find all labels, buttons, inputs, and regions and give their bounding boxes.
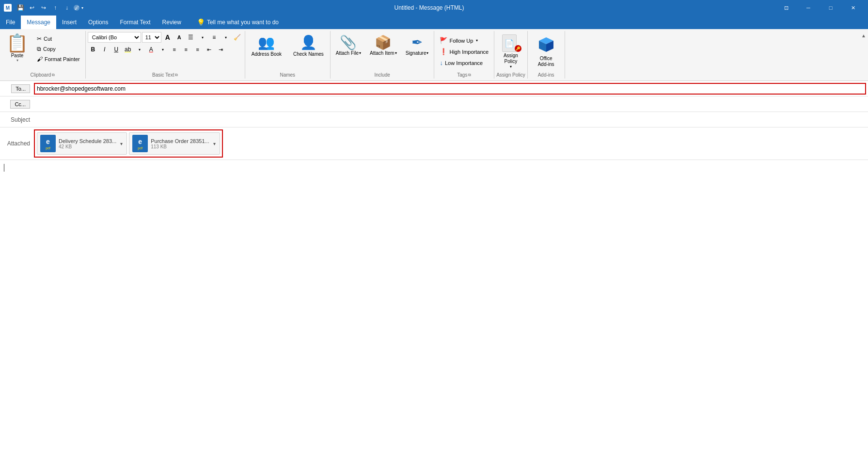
- align-center-button[interactable]: ≡: [181, 44, 191, 55]
- paste-dropdown-arrow[interactable]: ▾: [16, 58, 18, 63]
- address-book-label: Address Book: [252, 51, 282, 57]
- attach-item-icon: 📦: [375, 34, 392, 50]
- font-size-select[interactable]: 11: [142, 32, 161, 43]
- bullets-button[interactable]: ☰: [186, 32, 196, 43]
- decrease-font-button[interactable]: A: [174, 32, 185, 43]
- copy-button[interactable]: ⧉ Copy: [34, 44, 82, 54]
- to-row: To...: [0, 81, 868, 96]
- attachment-1-dropdown[interactable]: ▾: [119, 140, 124, 147]
- align-left-button[interactable]: ≡: [169, 44, 180, 55]
- to-input-wrapper: [34, 83, 866, 95]
- email-body[interactable]: [0, 160, 868, 463]
- customize-qat-button[interactable]: 🖊: [74, 5, 79, 11]
- menu-review[interactable]: Review: [157, 16, 187, 29]
- italic-button[interactable]: I: [99, 44, 110, 55]
- close-button[interactable]: ✕: [842, 0, 864, 16]
- attachment-2-dropdown[interactable]: ▾: [212, 140, 217, 147]
- collapse-ribbon-button[interactable]: ▲: [859, 31, 868, 40]
- include-group: 📎 Attach File ▾ 📦 Attach Item ▾ ✒ Signat…: [331, 31, 435, 79]
- font-row-2: B I U ab ▾ A ▾ ≡ ≡ ≡ ⇤ ⇥: [88, 44, 226, 55]
- title-bar: M 💾 ↩ ↪ ↑ ↓ 🖊 ▾ Untitled - Message (HTML…: [0, 0, 868, 16]
- attachment-2-icon: e pdf: [132, 135, 148, 152]
- attach-file-label: Attach File: [336, 50, 359, 56]
- high-importance-label: High Importance: [449, 49, 489, 55]
- follow-up-dropdown[interactable]: ▾: [476, 38, 478, 43]
- assign-policy-dropdown[interactable]: ▾: [510, 64, 512, 69]
- to-button[interactable]: To...: [11, 84, 30, 93]
- follow-up-button[interactable]: 🚩 Follow Up ▾: [436, 35, 481, 46]
- to-input[interactable]: [35, 84, 865, 94]
- save-button[interactable]: 💾: [16, 3, 25, 13]
- cc-label: Cc...: [0, 100, 34, 109]
- scroll-up-button[interactable]: ↑: [50, 3, 60, 13]
- attach-item-dropdown[interactable]: ▾: [395, 51, 397, 55]
- menu-file[interactable]: File: [0, 16, 21, 29]
- menu-insert[interactable]: Insert: [56, 16, 82, 29]
- maximize-button[interactable]: □: [820, 0, 842, 16]
- tags-expand-icon[interactable]: ⧉: [468, 73, 471, 78]
- signature-dropdown[interactable]: ▾: [426, 51, 428, 55]
- clear-format-button[interactable]: 🧹: [232, 32, 243, 43]
- cut-button[interactable]: ✂ Cut: [34, 34, 82, 44]
- lightbulb-icon: 💡: [197, 18, 205, 26]
- restore-button[interactable]: ⊡: [775, 0, 797, 16]
- undo-button[interactable]: ↩: [27, 3, 37, 13]
- align-right-button[interactable]: ≡: [192, 44, 203, 55]
- numbering-button[interactable]: ≡: [209, 32, 220, 43]
- format-painter-icon: 🖌: [37, 56, 43, 63]
- highlight-dropdown[interactable]: ▾: [134, 44, 145, 55]
- decrease-indent-button[interactable]: ⇤: [204, 44, 215, 55]
- assign-policy-label: AssignPolicy: [504, 53, 518, 64]
- tell-me-bar[interactable]: 💡 Tell me what you want to do: [197, 16, 279, 29]
- attachment-2-info: Purchase Order 28351... 113 KB: [151, 138, 209, 149]
- names-group-content: 👥 Address Book 👤 Check Names: [247, 32, 328, 71]
- office-addins-label: OfficeAdd-ins: [538, 56, 554, 67]
- high-importance-button[interactable]: ❗ High Importance: [436, 47, 492, 57]
- addins-group: OfficeAdd-ins Add-ins: [528, 31, 565, 79]
- paste-icon: 📋: [6, 34, 28, 52]
- menu-bar: File Message Insert Options Format Text …: [0, 16, 868, 29]
- signature-icon: ✒: [411, 34, 423, 50]
- clipboard-expand-icon[interactable]: ⧉: [52, 73, 55, 78]
- basic-text-content: Calibri (Bo 11 A A ☰ ▾ ≡ ▾ 🧹 B I U ab: [88, 32, 243, 71]
- numbering-dropdown[interactable]: ▾: [221, 32, 231, 43]
- low-importance-button[interactable]: ↓ Low Importance: [436, 58, 486, 68]
- increase-indent-button[interactable]: ⇥: [216, 44, 226, 55]
- menu-format-text[interactable]: Format Text: [114, 16, 156, 29]
- basic-text-label-text: Basic Text: [152, 72, 174, 78]
- bold-button[interactable]: B: [88, 44, 98, 55]
- subject-row: Subject: [0, 112, 868, 128]
- scroll-down-button[interactable]: ↓: [62, 3, 72, 13]
- underline-button[interactable]: U: [111, 44, 122, 55]
- font-color-dropdown[interactable]: ▾: [158, 44, 168, 55]
- redo-button[interactable]: ↪: [39, 3, 48, 13]
- assign-policy-button[interactable]: 📄 🔑 AssignPolicy ▾: [499, 32, 523, 71]
- cc-input[interactable]: [34, 99, 868, 110]
- attachment-2-size: 113 KB: [151, 144, 209, 149]
- font-row-1: Calibri (Bo 11 A A ☰ ▾ ≡ ▾ 🧹: [88, 32, 243, 43]
- signature-button[interactable]: ✒ Signature ▾: [402, 32, 432, 58]
- highlight-button[interactable]: ab: [123, 44, 133, 55]
- menu-message[interactable]: Message: [21, 16, 56, 29]
- attach-item-button[interactable]: 📦 Attach Item ▾: [366, 32, 400, 58]
- cc-button[interactable]: Cc...: [10, 100, 30, 109]
- subject-input[interactable]: [34, 114, 868, 125]
- minimize-button[interactable]: ─: [797, 0, 820, 16]
- attach-file-button[interactable]: 📎 Attach File ▾: [332, 32, 364, 58]
- menu-options[interactable]: Options: [82, 16, 114, 29]
- assign-policy-content: 📄 🔑 AssignPolicy ▾: [499, 32, 523, 71]
- bullets-dropdown[interactable]: ▾: [197, 32, 208, 43]
- increase-font-button[interactable]: A: [162, 32, 173, 43]
- basic-text-expand-icon[interactable]: ⧉: [175, 73, 178, 78]
- font-face-select[interactable]: Calibri (Bo: [88, 32, 141, 43]
- font-color-button[interactable]: A: [146, 44, 157, 55]
- office-addins-button[interactable]: OfficeAdd-ins: [530, 32, 563, 70]
- paste-button[interactable]: 📋 Paste ▾: [2, 32, 32, 65]
- attach-item-label: Attach Item: [370, 50, 395, 56]
- attach-file-dropdown[interactable]: ▾: [359, 51, 361, 55]
- format-painter-button[interactable]: 🖌 Format Painter: [34, 54, 82, 64]
- check-names-button[interactable]: 👤 Check Names: [289, 32, 328, 60]
- tags-group: 🚩 Follow Up ▾ ❗ High Importance ↓ Low Im…: [434, 31, 494, 79]
- assign-policy-icon: 📄 🔑: [502, 34, 520, 52]
- address-book-button[interactable]: 👥 Address Book: [247, 32, 286, 60]
